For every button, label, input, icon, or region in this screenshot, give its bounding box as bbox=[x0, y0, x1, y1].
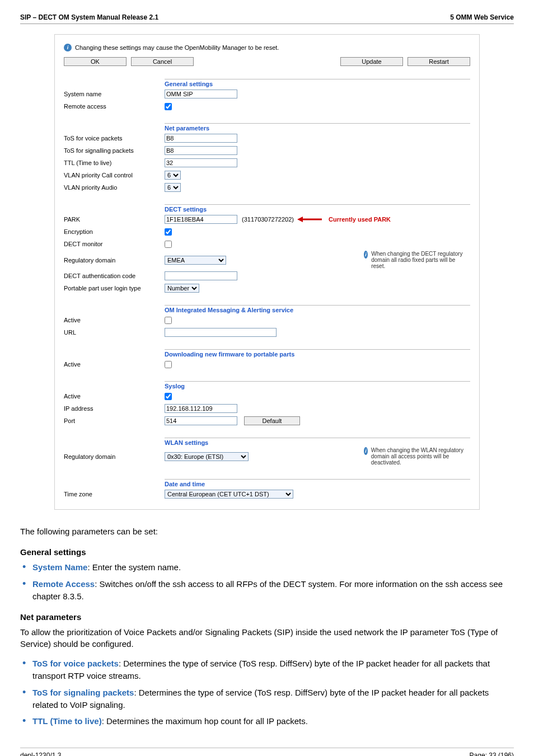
vlan-audio-select[interactable]: 6 bbox=[165, 183, 181, 192]
syslog-default-button[interactable]: Default bbox=[244, 416, 300, 425]
section-general: General settings bbox=[165, 79, 470, 87]
settings-screenshot: i Changing these settings may cause the … bbox=[54, 34, 480, 510]
dect-monitor-checkbox[interactable] bbox=[165, 241, 172, 248]
fw-active-checkbox[interactable] bbox=[165, 361, 172, 368]
syslog-ip-label: IP address bbox=[64, 405, 165, 412]
footer-left: depl-1230/1.3 bbox=[20, 752, 61, 756]
bullet-ttl: TTL (Time to live): Determines the maxim… bbox=[22, 715, 514, 727]
ok-button[interactable]: OK bbox=[64, 57, 127, 66]
section-firmware: Downloading new firmware to portable par… bbox=[165, 349, 470, 358]
park-input[interactable] bbox=[165, 215, 237, 224]
svg-marker-1 bbox=[297, 217, 303, 222]
vlan-call-label: VLAN priority Call control bbox=[64, 172, 165, 179]
info-text: Changing these settings may cause the Op… bbox=[75, 44, 279, 51]
tos-voice-input[interactable] bbox=[165, 134, 237, 143]
bullet-tos-signaling: ToS for signaling packets: Determines th… bbox=[22, 687, 514, 711]
ttl-label: TTL (Time to live) bbox=[64, 159, 165, 166]
timezone-label: Time zone bbox=[64, 491, 165, 497]
intro-text: The following parameters can be set: bbox=[20, 525, 514, 537]
syslog-port-input[interactable] bbox=[165, 416, 237, 425]
tos-voice-label: ToS for voice packets bbox=[64, 135, 165, 142]
header-right: 5 OMM Web Service bbox=[450, 13, 514, 21]
system-name-label: System name bbox=[64, 91, 165, 97]
om-url-label: URL bbox=[64, 329, 165, 336]
encryption-checkbox[interactable] bbox=[165, 228, 172, 236]
restart-button[interactable]: Restart bbox=[407, 57, 470, 66]
dect-regdom-note: When changing the DECT regulatory domain… bbox=[371, 251, 470, 269]
om-active-checkbox[interactable] bbox=[165, 317, 172, 324]
info-icon: i bbox=[364, 447, 368, 455]
section-net: Net parameters bbox=[165, 123, 470, 132]
bullet-system-name: System Name: Enter the system name. bbox=[22, 561, 514, 574]
fw-active-label: Active bbox=[64, 361, 165, 368]
park-flag: Currently used PARK bbox=[329, 216, 391, 223]
dect-auth-input[interactable] bbox=[165, 271, 237, 280]
om-active-label: Active bbox=[64, 317, 165, 323]
bullet-remote-access: Remote Access: Switches on/off the ssh a… bbox=[22, 578, 514, 603]
park-readout: (31170307272202) bbox=[242, 216, 294, 223]
arrow-icon bbox=[297, 216, 322, 223]
tos-sig-input[interactable] bbox=[165, 146, 237, 155]
dect-regdom-label: Regulatory domain bbox=[64, 257, 165, 264]
wlan-regdom-note: When changing the WLAN regulatory domain… bbox=[371, 447, 470, 466]
login-type-label: Portable part user login type bbox=[64, 285, 165, 292]
section-om-messaging: OM Integrated Messaging & Alerting servi… bbox=[165, 305, 470, 313]
update-button[interactable]: Update bbox=[340, 57, 403, 66]
ttl-input[interactable] bbox=[165, 158, 237, 167]
header-left: SIP – DECT OM System Manual Release 2.1 bbox=[20, 13, 158, 21]
syslog-port-label: Port bbox=[64, 417, 165, 424]
vlan-audio-label: VLAN priority Audio bbox=[64, 184, 165, 191]
syslog-active-label: Active bbox=[64, 393, 165, 400]
syslog-ip-input[interactable] bbox=[165, 404, 237, 413]
section-syslog: Syslog bbox=[165, 381, 470, 389]
bullet-tos-voice: ToS for voice packets: Determines the ty… bbox=[22, 658, 514, 682]
section-wlan: WLAN settings bbox=[165, 438, 470, 446]
dect-auth-label: DECT authentication code bbox=[64, 273, 165, 279]
tos-sig-label: ToS for signalling packets bbox=[64, 147, 165, 154]
section-dect: DECT settings bbox=[165, 204, 470, 213]
info-icon: i bbox=[64, 44, 72, 51]
dect-monitor-label: DECT monitor bbox=[64, 241, 165, 247]
timezone-select[interactable]: Central European (CET UTC+1 DST) bbox=[165, 490, 293, 499]
wlan-regdom-label: Regulatory domain bbox=[64, 453, 165, 460]
park-label: PARK bbox=[64, 216, 165, 223]
section-datetime: Date and time bbox=[165, 479, 470, 487]
general-settings-head: General settings bbox=[20, 547, 514, 557]
syslog-active-checkbox[interactable] bbox=[165, 393, 172, 400]
dect-regdom-select[interactable]: EMEA bbox=[165, 256, 226, 265]
vlan-call-select[interactable]: 6 bbox=[165, 171, 181, 180]
login-type-select[interactable]: Number bbox=[165, 284, 199, 293]
info-icon: i bbox=[364, 251, 368, 259]
remote-access-checkbox[interactable] bbox=[165, 103, 172, 110]
om-url-input[interactable] bbox=[165, 328, 277, 337]
footer-right: Page: 33 (196) bbox=[470, 752, 514, 756]
encryption-label: Encryption bbox=[64, 228, 165, 235]
remote-access-label: Remote access bbox=[64, 103, 165, 110]
net-parameters-head: Net parameters bbox=[20, 612, 514, 622]
net-parameters-para: To allow the prioritization of Voice Pac… bbox=[20, 626, 514, 650]
cancel-button[interactable]: Cancel bbox=[131, 57, 194, 66]
system-name-input[interactable] bbox=[165, 90, 237, 98]
wlan-regdom-select[interactable]: 0x30: Europe (ETSI) bbox=[165, 452, 249, 461]
